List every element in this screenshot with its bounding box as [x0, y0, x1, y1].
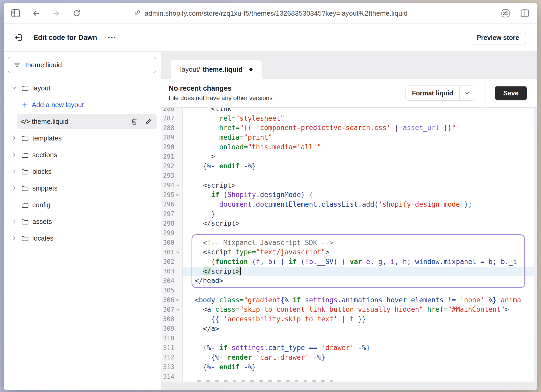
chevron-right-icon[interactable]: [11, 135, 21, 141]
code-line[interactable]: 297 }: [161, 209, 537, 219]
code-line[interactable]: 314: [161, 372, 537, 381]
sidebar-item-add-a-new-layout[interactable]: Add a new layout: [4, 96, 161, 113]
code-line-content[interactable]: onload="this.media='all'": [183, 142, 537, 152]
code-line[interactable]: 293: [161, 171, 537, 181]
sidebar-toggle-icon[interactable]: [11, 9, 20, 18]
code-line-content[interactable]: {%- endif -%}: [183, 161, 537, 171]
code-line-content[interactable]: <script type="text/javascript">: [183, 247, 537, 257]
rename-file-button[interactable]: [144, 118, 152, 125]
delete-file-button[interactable]: [130, 118, 138, 125]
fold-toggle-icon[interactable]: [175, 193, 181, 197]
code-line-content[interactable]: <link: [183, 108, 537, 114]
url-bar[interactable]: admin.shopify.com/store/rzq1xu-f5/themes…: [133, 9, 408, 18]
file-search-input[interactable]: [8, 57, 156, 73]
save-button[interactable]: Save: [495, 86, 527, 100]
chevron-right-icon[interactable]: [11, 169, 21, 174]
code-line-content[interactable]: <a class="skip-to-content-link button vi…: [183, 305, 537, 314]
overflow-menu-button[interactable]: [107, 33, 116, 42]
reload-icon[interactable]: [72, 9, 81, 18]
preview-store-button[interactable]: Preview store: [470, 31, 526, 44]
sidebar-item-sections[interactable]: sections: [4, 146, 161, 163]
chevron-down-icon[interactable]: [11, 85, 21, 91]
code-line-content[interactable]: [183, 171, 537, 181]
code-line-content[interactable]: {{ 'accessibility.skip_to_text' | t }}: [183, 314, 537, 324]
code-line-content[interactable]: {%- render 'cart-drawer' -%}: [183, 353, 537, 362]
code-line[interactable]: 305: [161, 286, 537, 295]
code-line-content[interactable]: <!-- Mixpanel Javascript SDK -->: [183, 238, 537, 248]
sidebar-item-assets[interactable]: assets: [4, 213, 161, 230]
chevron-down-icon[interactable]: [460, 86, 475, 100]
code-line-content[interactable]: href="{{ 'component-predictive-search.cs…: [183, 123, 537, 133]
sidebar-item-snippets[interactable]: snippets: [4, 180, 161, 197]
sidebar-item-theme-liquid[interactable]: </>theme.liquid: [17, 114, 157, 129]
sidebar-item-config[interactable]: config: [4, 197, 161, 213]
fold-toggle-icon[interactable]: [175, 183, 181, 187]
scrollbar-track[interactable]: [534, 108, 537, 382]
back-icon[interactable]: [31, 9, 41, 18]
exit-editor-button[interactable]: [14, 33, 23, 42]
code-line[interactable]: 290 onload="this.media='all'": [161, 142, 537, 152]
code-line[interactable]: 295 if (Shopify.designMode) {: [161, 190, 537, 200]
sidebar-item-blocks[interactable]: blocks: [4, 163, 161, 180]
page-settings-icon[interactable]: [501, 9, 510, 18]
line-number: 291: [161, 152, 183, 161]
code-line[interactable]: 300 <!-- Mixpanel Javascript SDK -->: [161, 238, 537, 248]
code-line[interactable]: 292 {%- endif -%}: [161, 161, 537, 171]
code-line-content[interactable]: {%- if settings.cart_type == 'drawer' -%…: [183, 343, 537, 353]
code-line[interactable]: 308 {{ 'accessibility.skip_to_text' | t …: [161, 314, 537, 324]
fold-toggle-icon[interactable]: [175, 308, 181, 312]
forward-icon[interactable]: [52, 9, 61, 18]
code-line[interactable]: 309 </a>: [161, 324, 537, 334]
code-line-content[interactable]: </head>: [183, 276, 537, 286]
code-line-content[interactable]: [183, 286, 537, 295]
code-line[interactable]: 291 >: [161, 152, 537, 161]
code-line-content[interactable]: [183, 372, 537, 381]
line-number: 314: [161, 372, 183, 381]
code-line-content[interactable]: [183, 334, 537, 343]
code-line[interactable]: 312 {%- render 'cart-drawer' -%}: [161, 353, 537, 362]
code-line-content[interactable]: </script>: [183, 219, 537, 228]
tab-theme-liquid[interactable]: layout/theme.liquid: [171, 60, 262, 79]
code-line-content[interactable]: (function (f, b) { if (!b.__SV) { var e,…: [183, 257, 537, 267]
fold-toggle-icon[interactable]: [175, 250, 181, 254]
code-line-content[interactable]: {%- endif -%}: [183, 362, 537, 372]
code-line[interactable]: 296 document.documentElement.classList.a…: [161, 200, 537, 209]
chevron-right-icon[interactable]: [11, 219, 21, 224]
code-line[interactable]: 298 </script>: [161, 219, 537, 228]
chevron-right-icon[interactable]: [11, 235, 21, 241]
code-line[interactable]: 286 <link: [161, 108, 537, 114]
code-line[interactable]: 294 <script>: [161, 181, 537, 190]
code-line-content[interactable]: [183, 228, 537, 238]
sidebar-item-layout[interactable]: layout: [4, 80, 161, 96]
code-line[interactable]: 306 <body class="gradient{% if settings.…: [161, 295, 537, 305]
sidebar-item-locales[interactable]: locales: [4, 230, 161, 247]
code-line-content[interactable]: </a>: [183, 324, 537, 334]
code-line-content[interactable]: rel="stylesheet": [183, 114, 537, 123]
code-line[interactable]: 299: [161, 228, 537, 238]
code-line[interactable]: 310: [161, 334, 537, 343]
code-line[interactable]: 311 {%- if settings.cart_type == 'drawer…: [161, 343, 537, 353]
code-line[interactable]: 307 <a class="skip-to-content-link butto…: [161, 305, 537, 314]
code-line-content[interactable]: </script>: [183, 267, 537, 276]
code-line[interactable]: 304 </head>: [161, 276, 537, 286]
code-line-content[interactable]: document.documentElement.classList.add('…: [183, 200, 537, 209]
sidebar-item-templates[interactable]: templates: [4, 130, 161, 146]
code-line-content[interactable]: }: [183, 209, 537, 219]
code-line-content[interactable]: <body class="gradient{% if settings.anim…: [183, 295, 537, 305]
fold-toggle-icon[interactable]: [175, 298, 181, 302]
code-line[interactable]: 303 </script>: [161, 267, 537, 276]
split-view-icon[interactable]: [520, 9, 530, 18]
code-line-content[interactable]: <script>: [183, 181, 537, 190]
code-line[interactable]: 289 media="print": [161, 133, 537, 142]
code-line[interactable]: 301 <script type="text/javascript">: [161, 247, 537, 257]
chevron-right-icon[interactable]: [11, 185, 21, 191]
code-line[interactable]: 302 (function (f, b) { if (!b.__SV) { va…: [161, 257, 537, 267]
code-line-content[interactable]: media="print": [183, 133, 537, 142]
code-line[interactable]: 288 href="{{ 'component-predictive-searc…: [161, 123, 537, 133]
code-line[interactable]: 313 {%- endif -%}: [161, 362, 537, 372]
code-line-content[interactable]: if (Shopify.designMode) {: [183, 190, 537, 200]
code-line[interactable]: 287 rel="stylesheet": [161, 114, 537, 123]
chevron-right-icon[interactable]: [11, 152, 21, 158]
code-line-content[interactable]: >: [183, 152, 537, 161]
format-liquid-button[interactable]: Format liquid: [405, 85, 475, 101]
